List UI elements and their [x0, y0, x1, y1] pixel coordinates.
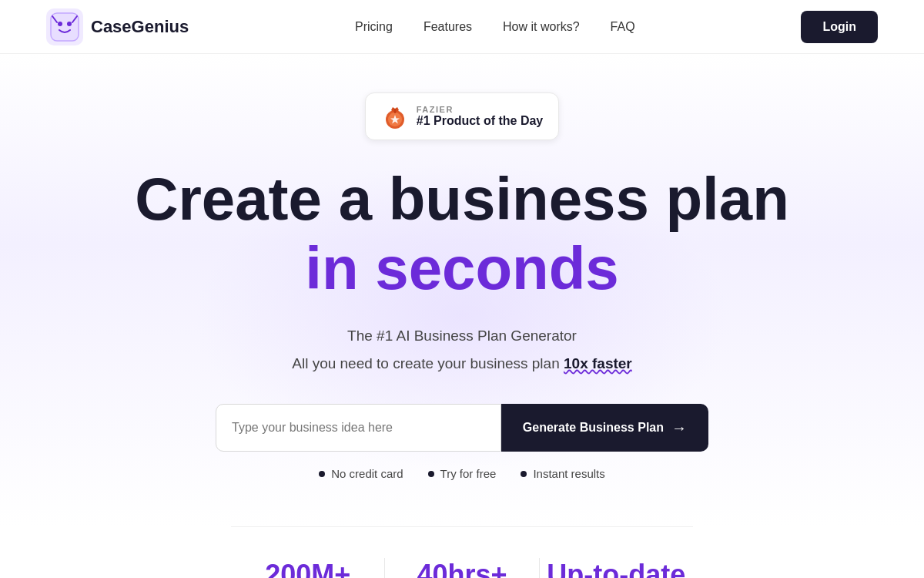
stat-saved: 40hrs+ Saved [384, 558, 538, 578]
logo[interactable]: CaseGenius [46, 8, 189, 45]
badge-dot-3 [521, 471, 527, 477]
badge-no-credit-card: No credit card [319, 467, 403, 480]
nav-links: Pricing Features How it works? FAQ [355, 20, 635, 34]
badge-dot-2 [428, 471, 434, 477]
hero-subline2: All you need to create your business pla… [292, 351, 632, 376]
business-idea-input[interactable] [216, 404, 501, 452]
nav-features[interactable]: Features [424, 20, 472, 33]
badge-try-free: Try for free [428, 467, 497, 480]
fazier-source-label: FAZIER [417, 105, 543, 114]
nav-faq[interactable]: FAQ [611, 20, 635, 33]
nav-how-it-works[interactable]: How it works? [503, 20, 580, 33]
stat-market-data: Up-to-date Market Data [539, 558, 693, 578]
hero-section: FAZIER #1 Product of the Day Create a bu… [0, 54, 924, 526]
badge-label-1: No credit card [331, 467, 403, 480]
fazier-text: FAZIER #1 Product of the Day [417, 105, 543, 128]
svg-point-2 [58, 22, 62, 26]
hero-headline-line1: Create a business plan [135, 168, 789, 231]
medal-icon [381, 102, 409, 130]
stat-number-3: Up-to-date [540, 558, 693, 578]
badge-instant-results: Instant results [521, 467, 604, 480]
fazier-product-label: #1 Product of the Day [417, 114, 543, 128]
hero-subline2-start: All you need to create your business pla… [292, 355, 564, 371]
svg-rect-1 [51, 13, 79, 41]
hero-subline2-bold: 10x faster [564, 355, 632, 371]
navbar: CaseGenius Pricing Features How it works… [0, 0, 924, 54]
badge-dot-1 [319, 471, 325, 477]
badge-label-2: Try for free [440, 467, 497, 480]
stats-section: 200M+ Research Papers 40hrs+ Saved Up-to… [231, 526, 693, 578]
stat-research-papers: 200M+ Research Papers [231, 558, 384, 578]
badge-label-3: Instant results [533, 467, 604, 480]
logo-text: CaseGenius [91, 17, 189, 37]
svg-point-3 [67, 22, 72, 26]
fazier-badge: FAZIER #1 Product of the Day [365, 92, 559, 140]
arrow-right-icon: → [671, 419, 687, 437]
nav-pricing[interactable]: Pricing [355, 20, 393, 33]
hero-subline1: The #1 AI Business Plan Generator [347, 324, 577, 348]
login-button[interactable]: Login [801, 11, 878, 43]
badges-row: No credit card Try for free Instant resu… [319, 467, 605, 480]
logo-icon [46, 8, 83, 45]
hero-headline-line2: in seconds [305, 236, 618, 302]
generate-button-label: Generate Business Plan [523, 421, 664, 435]
generate-button[interactable]: Generate Business Plan → [501, 404, 708, 452]
stat-number-2: 40hrs+ [385, 558, 538, 578]
stat-number-1: 200M+ [231, 558, 384, 578]
input-row: Generate Business Plan → [216, 404, 708, 452]
